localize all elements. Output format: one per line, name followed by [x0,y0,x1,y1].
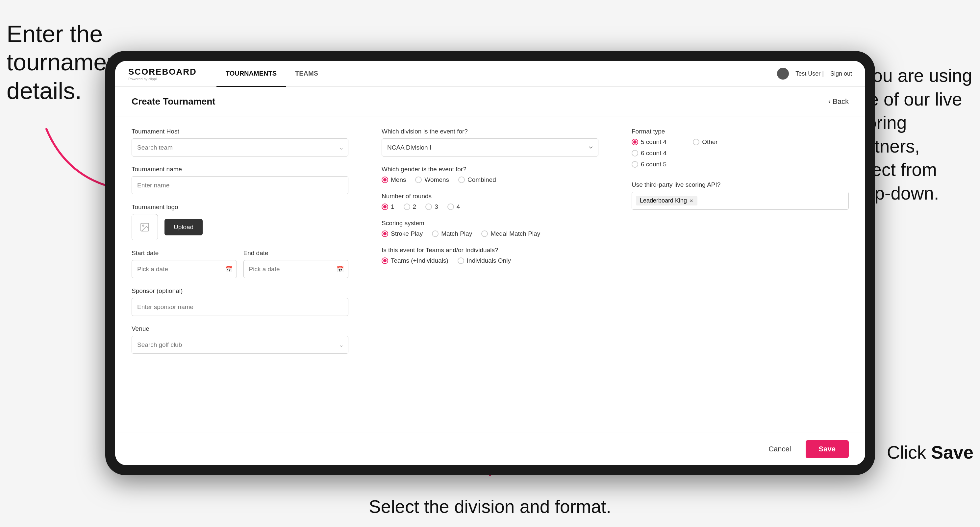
gender-combined-radio[interactable] [458,176,465,183]
scoring-radio-group: Stroke Play Match Play Medal Match Play [382,230,598,237]
end-date-wrapper: 📅 [243,260,349,278]
individuals-radio[interactable] [458,257,464,264]
scoring-group: Scoring system Stroke Play Match Play [382,220,598,237]
scoring-match[interactable]: Match Play [432,230,472,237]
scoring-medal-radio[interactable] [481,230,488,237]
format-6count5[interactable]: 6 count 5 [632,161,667,168]
venue-group: Venue ⌄ [132,325,348,354]
division-select-wrapper: NCAA Division I NCAA Division II NCAA Di… [382,138,598,157]
logo-area: SCOREBOARD Powered by clippi [128,67,197,81]
form-col-1: Tournament Host ⌄ Tournament name Tourna [115,116,365,433]
live-scoring-label: Use third-party live scoring API? [632,181,849,188]
start-date-group: Start date 📅 [132,249,237,278]
format-6count5-radio[interactable] [632,161,638,168]
scoring-match-radio[interactable] [432,230,439,237]
gender-womens[interactable]: Womens [415,176,449,183]
format-other-radio[interactable] [693,139,699,145]
scoring-stroke-radio[interactable] [382,230,388,237]
calendar-icon-2: 📅 [337,266,344,273]
gender-mens[interactable]: Mens [382,176,406,183]
rounds-3-radio[interactable] [425,203,432,210]
format-row-2: 6 count 4 [632,149,849,157]
gender-mens-radio[interactable] [382,176,388,183]
chevron-down-icon: ⌄ [339,144,344,151]
annotation-division: Select the division and format. [369,496,611,517]
format-6count4[interactable]: 6 count 4 [632,149,667,157]
annotation-click-save: Click Save [887,442,974,463]
rounds-1-radio[interactable] [382,203,388,210]
form-col-3: Format type 5 count 4 Other [615,116,865,433]
format-5count4-radio[interactable] [632,139,638,145]
logo-upload-area: Upload [132,214,348,240]
signout-link[interactable]: Sign out [830,70,852,77]
cancel-button[interactable]: Cancel [760,441,799,457]
venue-input-wrapper: ⌄ [132,336,348,354]
tablet-shell: SCOREBOARD Powered by clippi TOURNAMENTS… [105,51,875,475]
live-scoring-tag: Leaderboard King ✕ [636,196,697,205]
live-scoring-remove-btn[interactable]: ✕ [689,198,694,203]
annotation-enter-tournament: Enter the tournament details. [6,20,105,105]
gender-label: Which gender is the event for? [382,166,598,173]
rounds-2-radio[interactable] [404,203,410,210]
gender-womens-radio[interactable] [415,176,422,183]
tournament-logo-label: Tournament logo [132,203,348,211]
image-icon [140,222,150,232]
rounds-group: Number of rounds 1 2 [382,193,598,210]
form-title: Create Tournament [132,96,215,107]
rounds-4[interactable]: 4 [447,203,460,210]
live-scoring-tag-input[interactable]: Leaderboard King ✕ [632,192,849,210]
save-button[interactable]: Save [806,440,849,458]
form-header: Create Tournament Back [115,87,865,116]
logo-placeholder [132,214,158,240]
user-avatar [777,68,789,79]
venue-input[interactable] [132,336,348,354]
gender-combined[interactable]: Combined [458,176,496,183]
back-link[interactable]: Back [828,97,849,106]
logo-text: SCOREBOARD [128,67,197,77]
scoring-stroke[interactable]: Stroke Play [382,230,423,237]
form-container: Create Tournament Back Tournament Host ⌄ [115,87,865,465]
teams-radio[interactable] [382,257,388,264]
format-row-1: 5 count 4 Other [632,138,849,146]
division-select[interactable]: NCAA Division I NCAA Division II NCAA Di… [382,138,598,157]
sponsor-input[interactable] [132,298,348,316]
tournament-logo-group: Tournament logo Upload [132,203,348,240]
teams-label: Is this event for Teams and/or Individua… [382,246,598,254]
app-container: SCOREBOARD Powered by clippi TOURNAMENTS… [115,61,865,465]
upload-button[interactable]: Upload [164,219,203,235]
end-date-input[interactable] [243,260,349,278]
format-6count4-radio[interactable] [632,150,638,157]
start-date-label: Start date [132,249,237,257]
format-5count4[interactable]: 5 count 4 [632,138,667,146]
venue-chevron-icon: ⌄ [339,341,344,349]
rounds-label: Number of rounds [382,193,598,200]
format-other[interactable]: Other [693,138,718,146]
nav-tournaments[interactable]: TOURNAMENTS [216,61,286,87]
scoring-label: Scoring system [382,220,598,227]
start-date-input[interactable] [132,260,237,278]
logo-sub: Powered by clippi [128,77,197,81]
rounds-3[interactable]: 3 [425,203,438,210]
user-text: Test User | [795,70,824,77]
tournament-host-input[interactable] [132,138,348,157]
teams-radio-group: Teams (+Individuals) Individuals Only [382,257,598,264]
tournament-host-group: Tournament Host ⌄ [132,128,348,157]
rounds-radio-group: 1 2 3 [382,203,598,210]
form-footer: Cancel Save [115,433,865,465]
gender-group: Which gender is the event for? Mens Wome… [382,166,598,183]
rounds-4-radio[interactable] [447,203,454,210]
gender-radio-group: Mens Womens Combined [382,176,598,183]
rounds-2[interactable]: 2 [404,203,417,210]
rounds-1[interactable]: 1 [382,203,395,210]
teams-plus-individuals[interactable]: Teams (+Individuals) [382,257,449,264]
format-row-3: 6 count 5 [632,161,849,168]
calendar-icon: 📅 [225,266,232,273]
tournament-name-label: Tournament name [132,166,348,173]
end-date-group: End date 📅 [243,249,349,278]
tablet-screen: SCOREBOARD Powered by clippi TOURNAMENTS… [115,61,865,465]
individuals-only[interactable]: Individuals Only [458,257,511,264]
division-label: Which division is the event for? [382,128,598,135]
scoring-medal[interactable]: Medal Match Play [481,230,540,237]
nav-teams[interactable]: TEAMS [286,61,327,87]
tournament-name-input[interactable] [132,176,348,194]
